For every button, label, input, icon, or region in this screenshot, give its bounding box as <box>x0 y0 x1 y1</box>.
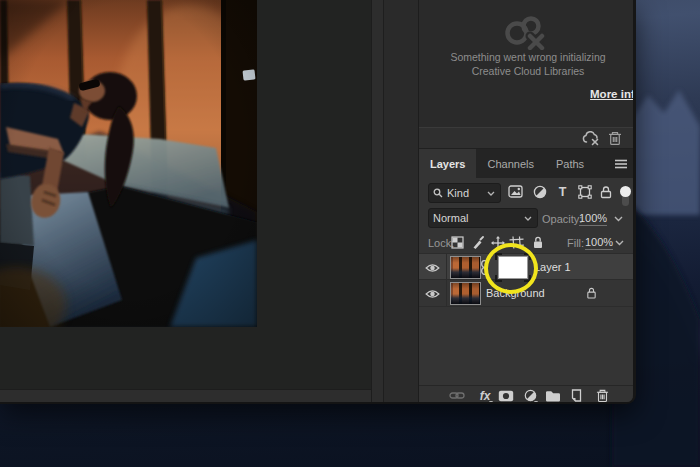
filter-on-off-toggle[interactable] <box>620 186 631 206</box>
panel-dock: Something went wrong initializing Creati… <box>418 0 636 404</box>
add-mask-icon <box>498 390 514 402</box>
layers-panel-body: Kind <box>419 178 636 385</box>
fx-menu-caret <box>489 401 493 404</box>
mask-selection-corner <box>524 253 531 260</box>
filter-adjustment-layers-button[interactable] <box>531 183 548 200</box>
more-information-link[interactable]: More information <box>528 88 636 100</box>
background-lock-icon <box>586 287 597 299</box>
move-icon <box>491 236 505 250</box>
filter-smart-objects-button[interactable] <box>597 183 614 200</box>
link-layers-button[interactable] <box>449 388 465 403</box>
creative-cloud-error-icon <box>501 12 547 50</box>
fill-chevron-icon[interactable] <box>615 240 624 246</box>
cc-sync-error-icon[interactable] <box>582 131 601 146</box>
filter-type-layers-button[interactable]: T <box>554 183 571 200</box>
desktop: Something went wrong initializing Creati… <box>0 0 700 467</box>
opacity-value[interactable]: 100% <box>579 212 607 226</box>
lock-transparent-pixels-button[interactable] <box>449 234 466 251</box>
blend-mode-value: Normal <box>429 212 524 224</box>
tab-paths[interactable]: Paths <box>545 149 595 178</box>
new-adjustment-layer-button[interactable] <box>522 388 538 403</box>
tab-channels-label: Channels <box>487 158 533 170</box>
delete-layer-button[interactable] <box>594 388 610 403</box>
type-layers-icon: T <box>559 185 567 199</box>
lock-position-button[interactable] <box>489 234 506 251</box>
filter-kind-dropdown[interactable]: Kind <box>428 183 501 203</box>
lock-all-button[interactable] <box>529 234 546 251</box>
tab-layers[interactable]: Layers <box>419 149 476 178</box>
trash-icon <box>596 389 609 403</box>
new-layer-button[interactable] <box>567 388 583 403</box>
search-icon <box>433 188 443 198</box>
smart-object-lock-icon <box>599 185 613 199</box>
opacity-chevron-icon[interactable] <box>614 216 623 222</box>
trash-icon[interactable] <box>608 131 622 146</box>
filter-kind-value: Kind <box>443 187 487 199</box>
layer1-name[interactable]: Layer 1 <box>534 261 571 273</box>
link-icon <box>449 391 465 400</box>
mask-link-chain-icon[interactable] <box>480 260 489 275</box>
lock-row: Lock: <box>419 234 636 252</box>
tab-channels[interactable]: Channels <box>476 149 544 178</box>
layer-style-button[interactable]: fx <box>477 388 493 403</box>
chevron-down-icon <box>524 216 532 221</box>
vertical-scrollbar-track[interactable] <box>371 0 383 404</box>
blend-mode-dropdown[interactable]: Normal <box>428 208 538 228</box>
layer-filter-row: Kind <box>419 183 636 204</box>
tab-paths-label: Paths <box>556 158 584 170</box>
panel-tabbar: Layers Channels Paths <box>419 149 636 178</box>
filter-shape-layers-button[interactable] <box>576 183 593 200</box>
panel-menu-icon[interactable] <box>614 159 628 169</box>
add-layer-mask-button[interactable] <box>498 388 514 403</box>
visibility-eye-icon[interactable] <box>419 280 447 307</box>
fill-label: Fill: <box>567 237 584 249</box>
filter-pixel-layers-button[interactable] <box>507 183 524 200</box>
shape-layers-icon <box>578 185 592 199</box>
opacity-label: Opacity: <box>542 213 582 225</box>
photoshop-window: Something went wrong initializing Creati… <box>0 0 636 404</box>
libraries-error-text-line2: Creative Cloud Libraries <box>419 65 636 77</box>
lock-image-pixels-button[interactable] <box>469 234 486 251</box>
padlock-icon <box>532 236 544 249</box>
artboard-icon <box>509 236 524 249</box>
chevron-down-icon <box>487 191 495 196</box>
panel-gutter <box>383 0 418 404</box>
new-layer-icon <box>569 389 582 402</box>
blend-row: Normal Opacity: 100% <box>419 208 636 229</box>
tab-layers-label: Layers <box>430 158 465 170</box>
layers-panel-toolbar: fx <box>419 385 636 404</box>
mask-selection-corner <box>495 253 502 260</box>
lock-artboard-nesting-button[interactable] <box>508 234 525 251</box>
adjustment-layer-icon <box>533 185 547 199</box>
libraries-error-panel: Something went wrong initializing Creati… <box>419 0 636 127</box>
folder-icon <box>545 390 561 402</box>
checkerboard-icon <box>451 236 464 249</box>
adjustment-menu-caret <box>534 401 538 404</box>
canvas-area[interactable] <box>0 0 383 404</box>
layer-row-background[interactable]: Background <box>419 280 636 307</box>
brush-icon <box>471 236 485 250</box>
layer-row-layer1[interactable]: Layer 1 <box>419 253 636 280</box>
libraries-error-text-line1: Something went wrong initializing <box>419 51 636 63</box>
fill-value[interactable]: 100% <box>585 236 613 250</box>
visibility-eye-icon[interactable] <box>419 254 447 281</box>
background-name[interactable]: Background <box>486 287 545 299</box>
new-group-button[interactable] <box>545 388 561 403</box>
background-thumbnail[interactable] <box>450 282 481 305</box>
horizontal-scrollbar-track[interactable] <box>0 389 371 404</box>
layer1-thumbnail[interactable] <box>450 256 481 279</box>
pixel-layers-icon <box>508 185 523 198</box>
document-photo <box>0 0 257 327</box>
layer1-mask-thumbnail[interactable] <box>495 254 531 281</box>
libraries-panel-footer <box>419 127 636 149</box>
toggle-knob <box>620 186 631 197</box>
